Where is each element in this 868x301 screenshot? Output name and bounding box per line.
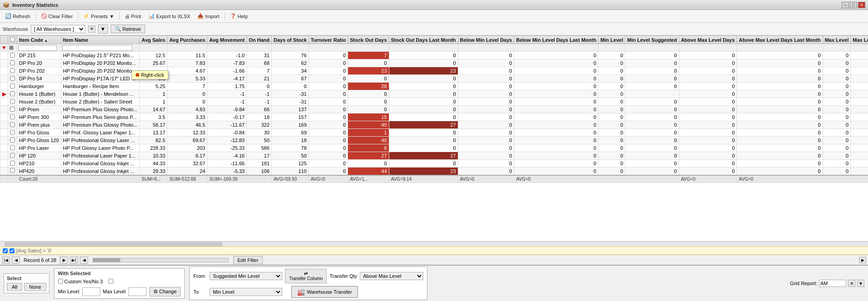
expand-right-button[interactable]: ▶ [859, 257, 866, 263]
maximize-button[interactable]: □ [850, 2, 857, 8]
minimize-button[interactable]: – [842, 2, 849, 8]
check-cell[interactable] [8, 144, 17, 152]
expand-cell[interactable] [0, 98, 8, 106]
check-cell[interactable] [8, 90, 17, 98]
min-level-input[interactable] [82, 287, 100, 296]
expand-cell[interactable] [0, 168, 8, 175]
export-button[interactable]: 📊 Export to XLSX [145, 12, 193, 20]
transfer-qty-select[interactable]: Above Max Level [360, 272, 423, 280]
table-row[interactable]: DP 215 HP ProDisplay 21.5" P221 Mo... 12… [0, 52, 868, 59]
col-item-code-header[interactable]: Item Code [17, 36, 61, 44]
none-button[interactable]: None [24, 283, 46, 291]
custom-yes-no-checkbox[interactable] [58, 279, 63, 284]
filter-checkbox[interactable] [3, 248, 8, 253]
col-avg-movement-header[interactable]: Avg Movement [207, 36, 247, 44]
col-above-max-header[interactable]: Above Max Level Days [679, 36, 737, 44]
col-min-level-sug-header[interactable]: Min Level Suggested [625, 36, 679, 44]
from-select[interactable]: Suggested Min Level [210, 272, 282, 280]
edit-filter-button[interactable]: Edit Filter [233, 256, 262, 264]
col-turnover-ratio-header[interactable]: Turnover Ratio [309, 36, 348, 44]
check-cell[interactable] [8, 121, 17, 129]
check-cell[interactable] [8, 106, 17, 113]
warehouse-transfer-button[interactable]: 🏭 Warehouse Transfer [291, 286, 358, 298]
col-item-name-header[interactable]: Item Name [61, 36, 139, 44]
col-above-max-lm-header[interactable]: Above Max Level Days Last Month [737, 36, 823, 44]
clear-filter-button[interactable]: 🚫 Clear Filter [38, 12, 76, 20]
expand-cell[interactable] [0, 83, 8, 90]
check-cell[interactable] [8, 113, 17, 121]
check-cell[interactable] [8, 52, 17, 59]
check-cell[interactable] [8, 83, 17, 90]
expand-cell[interactable]: ▶ [0, 90, 8, 98]
custom-yes-no-checkbox2[interactable] [108, 279, 113, 284]
expand-cell[interactable] [0, 67, 8, 75]
expand-cell[interactable] [0, 52, 8, 59]
expand-cell[interactable] [0, 160, 8, 168]
nav-first-button[interactable]: |◀ [2, 257, 10, 264]
import-button[interactable]: 📥 Import [194, 12, 222, 20]
nav-last-button[interactable]: ▶| [70, 257, 78, 264]
expand-cell[interactable] [0, 121, 8, 129]
table-row[interactable]: HP Pro Gloss HP Prof. Glossy Laser Paper… [0, 129, 868, 137]
retrieve-button[interactable]: 🔍 Retrieve [111, 25, 145, 33]
table-row[interactable]: HP Pro Gloss 120 HP Professional Glossy … [0, 137, 868, 144]
warehouse-select[interactable]: [ All Warehouses ] [31, 25, 85, 33]
table-row[interactable]: DP Pro 202 HP ProDisplay 20 P202 Monito.… [0, 67, 868, 75]
grid-report-dropdown-button[interactable]: ▼ [857, 280, 864, 287]
grid-report-input[interactable] [819, 280, 846, 287]
col-max-level-sug-header[interactable]: Max Level Suggested [851, 36, 868, 44]
table-row[interactable]: HP Pro Laser HP Prof.Glossy Laser Photo … [0, 144, 868, 152]
filter-item-code[interactable] [18, 45, 57, 51]
expand-cell[interactable] [0, 144, 8, 152]
change-button[interactable]: ⚙ Change [149, 287, 181, 296]
warehouse-clear-button[interactable]: ✕ [88, 25, 95, 33]
col-days-of-stock-header[interactable]: Days of Stock [272, 36, 309, 44]
check-cell[interactable] [8, 168, 17, 175]
filter-item-name[interactable] [62, 45, 132, 51]
col-min-level-header[interactable]: Min Level [598, 36, 625, 44]
check-cell[interactable] [8, 129, 17, 137]
col-avg-purchases-header[interactable]: Avg Purchases [167, 36, 207, 44]
close-button[interactable]: ✕ [858, 2, 865, 8]
table-row[interactable]: HP420 HP Professional Glossy Inkjet ... … [0, 168, 868, 175]
table-row[interactable]: DP Pro 20 HP ProDisplay 20 P202 Monito..… [0, 59, 868, 67]
refresh-button[interactable]: 🔄 Refresh [2, 12, 34, 20]
check-cell[interactable] [8, 160, 17, 168]
nav-extra-button[interactable]: ◀ [80, 257, 88, 264]
col-stock-out-days-lm-header[interactable]: Stock Out Days Last Month [389, 36, 458, 44]
check-cell[interactable] [8, 152, 17, 160]
col-below-min-lm-header[interactable]: Below Min Level Days Last Month [514, 36, 598, 44]
check-cell[interactable] [8, 137, 17, 144]
check-cell[interactable] [8, 75, 17, 83]
expand-cell[interactable] [0, 113, 8, 121]
help-button[interactable]: ❓ Help [227, 12, 251, 20]
table-row[interactable]: House 2 (Butler) House 2 (Butler) - Sali… [0, 98, 868, 106]
col-avg-sales-header[interactable]: Avg Sales [140, 36, 167, 44]
check-cell[interactable] [8, 98, 17, 106]
nav-prev-button[interactable]: ◀ [12, 257, 20, 264]
col-on-hand-header[interactable]: On Hand [247, 36, 272, 44]
table-row[interactable]: HP Prem 300 HP Premium Plus Semi-gloss P… [0, 113, 868, 121]
col-stock-out-days-header[interactable]: Stock Out Days [348, 36, 389, 44]
max-level-input[interactable] [128, 287, 147, 296]
check-cell[interactable] [8, 67, 17, 75]
filter-checkbox2[interactable] [10, 248, 15, 253]
to-select[interactable]: Min Level [210, 288, 282, 296]
expand-cell[interactable] [0, 152, 8, 160]
col-check-header[interactable] [8, 36, 17, 44]
record-scrollbar[interactable] [93, 258, 229, 262]
expand-cell[interactable] [0, 129, 8, 137]
all-button[interactable]: All [7, 283, 22, 291]
table-row[interactable]: Hamburger Hamburger - Recipe Item 5.25 7… [0, 83, 868, 90]
expand-cell[interactable] [0, 59, 8, 67]
col-max-level-header[interactable]: Max Level [823, 36, 851, 44]
table-row[interactable]: HP210 HP Professional Glossy Inkjet ... … [0, 160, 868, 168]
expand-cell[interactable] [0, 75, 8, 83]
horizontal-scrollbar[interactable] [0, 241, 868, 247]
warehouse-dropdown-button[interactable]: ▼ [98, 25, 108, 34]
print-button[interactable]: 🖨 Print [122, 12, 145, 20]
table-row[interactable]: HP 120 HP Professional Laser Paper 1... … [0, 152, 868, 160]
table-row[interactable]: HP Prem plus HP Premium Plus Glossy Phot… [0, 121, 868, 129]
check-cell[interactable] [8, 59, 17, 67]
col-below-min-header[interactable]: Below Min Level Days [458, 36, 514, 44]
